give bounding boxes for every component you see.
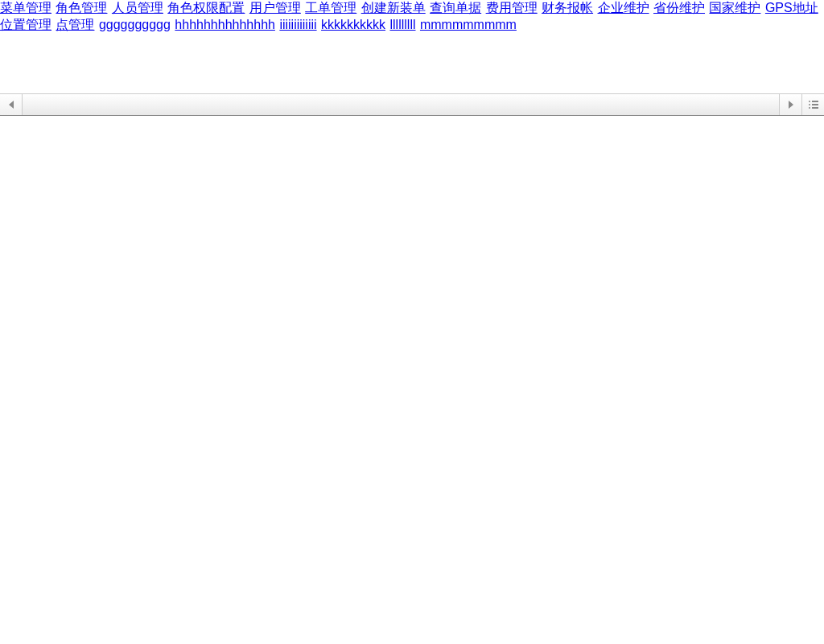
nav-link-fee-mgmt[interactable]: 费用管理 (486, 1, 538, 14)
nav-link-country-maint[interactable]: 国家维护 (709, 1, 760, 14)
chevron-left-icon (9, 101, 14, 109)
chevron-right-icon (789, 101, 793, 109)
nav-links-container: 菜单管理 角色管理 人员管理 角色权限配置 用户管理 工单管理 创建新装单 查询… (0, 0, 824, 34)
tab-scroll-right-button[interactable] (779, 94, 801, 115)
nav-link-l[interactable]: lllllllll (390, 18, 416, 31)
tab-content-area (23, 94, 779, 115)
nav-link-h[interactable]: hhhhhhhhhhhhhh (175, 18, 275, 31)
nav-link-role-mgmt[interactable]: 角色管理 (56, 1, 107, 14)
tab-bar (0, 93, 824, 116)
nav-link-user-mgmt[interactable]: 用户管理 (249, 1, 301, 14)
nav-link-i[interactable]: iiiiiiiiiiiii (279, 18, 316, 31)
nav-link-finance-report[interactable]: 财务报帐 (542, 1, 593, 14)
nav-link-m[interactable]: mmmmmmmmm (420, 18, 517, 31)
nav-link-role-perm-config[interactable]: 角色权限配置 (167, 1, 245, 14)
nav-link-query-docs[interactable]: 查询单据 (430, 1, 481, 14)
nav-link-k[interactable]: kkkkkkkkkk (321, 18, 385, 31)
nav-link-person-mgmt[interactable]: 人员管理 (112, 1, 163, 14)
tab-scroll-left-button[interactable] (0, 94, 23, 115)
nav-link-point-mgmt[interactable]: 点管理 (56, 18, 94, 31)
nav-link-g[interactable]: gggggggggg (99, 18, 171, 31)
list-icon (809, 101, 818, 109)
nav-link-enterprise-maint[interactable]: 企业维护 (598, 1, 649, 14)
nav-link-work-order-mgmt[interactable]: 工单管理 (305, 1, 356, 14)
nav-link-create-install-order[interactable]: 创建新装单 (361, 1, 426, 14)
nav-link-menu-mgmt[interactable]: 菜单管理 (0, 1, 52, 14)
tab-menu-button[interactable] (801, 94, 824, 115)
nav-link-province-maint[interactable]: 省份维护 (653, 1, 705, 14)
